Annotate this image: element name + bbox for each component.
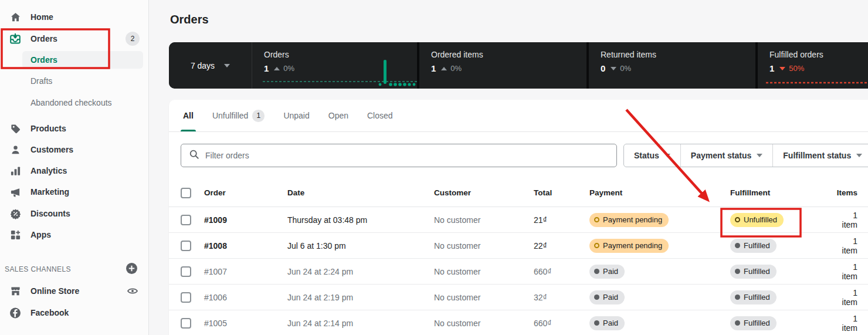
fulfilled-dot-icon: [735, 295, 740, 300]
row-checkbox[interactable]: [181, 318, 191, 329]
fulfilled-sparkline: [766, 80, 868, 85]
caret-down-icon: [856, 154, 862, 157]
column-header: Customer: [434, 188, 534, 197]
column-header: Payment: [589, 188, 730, 197]
fulfillment-status-badge: Fulfilled: [730, 290, 777, 304]
filter-orders-search[interactable]: [181, 144, 617, 167]
paid-dot-icon: [594, 295, 599, 300]
trend-up-icon: [274, 67, 280, 70]
row-checkbox[interactable]: [181, 292, 191, 303]
fulfilled-dot-icon: [735, 243, 740, 248]
stat-card-orders: 7 days Orders 1 0%: [169, 42, 417, 89]
tab-all[interactable]: All: [174, 100, 203, 131]
filter-buttons: Status Payment status Fulfillment status: [623, 144, 868, 167]
megaphone-icon: [9, 186, 21, 198]
row-checkbox[interactable]: [181, 215, 191, 225]
select-all-checkbox[interactable]: [181, 188, 191, 198]
table-row[interactable]: #1006 Jun 24 at 2:19 pm No customer 32₫ …: [169, 285, 868, 310]
fulfilled-dot-icon: [735, 320, 740, 326]
tag-icon: [9, 123, 21, 134]
sidebar-item-apps[interactable]: Apps: [0, 225, 149, 245]
stat-orders: Orders 1 0%: [252, 42, 294, 89]
apps-icon: [9, 229, 21, 241]
discount-icon: [9, 208, 21, 219]
caret-down-icon: [664, 154, 670, 157]
sidebar-item-orders[interactable]: Orders 2: [0, 29, 149, 49]
fulfillment-status-badge: Unfulfilled: [730, 213, 784, 227]
search-input[interactable]: [205, 151, 616, 160]
payment-status-badge: Payment pending: [589, 213, 669, 227]
tab-unpaid[interactable]: Unpaid: [274, 100, 318, 131]
sidebar-item-analytics[interactable]: Analytics: [0, 161, 149, 181]
column-header: Date: [287, 188, 434, 197]
stat-card-returned-items: Returned items 0 0%: [589, 42, 755, 89]
sidebar-item-label: Orders: [30, 34, 57, 43]
trend-up-icon: [441, 67, 447, 70]
home-icon: [9, 11, 21, 23]
sidebar-item-facebook[interactable]: Facebook: [0, 303, 149, 323]
column-header: Fulfillment: [730, 188, 836, 197]
sidebar-item-label: Home: [30, 12, 53, 22]
storefront-icon: [9, 285, 21, 297]
bar-chart-icon: [9, 165, 21, 177]
tab-closed[interactable]: Closed: [358, 100, 402, 131]
table-header: Order Date Customer Total Payment Fulfil…: [169, 179, 868, 207]
payment-status-badge: Paid: [589, 265, 625, 279]
column-header: Order: [204, 188, 287, 197]
sidebar-subitem-drafts[interactable]: Drafts: [0, 72, 149, 90]
fulfilled-dot-icon: [735, 269, 740, 274]
pending-ring-icon: [594, 243, 599, 248]
row-checkbox[interactable]: [181, 266, 191, 277]
payment-status-badge: Payment pending: [589, 239, 669, 253]
orders-icon: [9, 33, 21, 45]
status-filter-button[interactable]: Status: [624, 144, 680, 167]
fulfillment-status-filter-button[interactable]: Fulfillment status: [772, 144, 868, 167]
tab-unfulfilled[interactable]: Unfulfilled 1: [203, 100, 274, 131]
pending-ring-icon: [594, 217, 599, 222]
sales-channels-header: SALES CHANNELS: [5, 263, 144, 275]
sidebar-subitem-abandoned-checkouts[interactable]: Abandoned checkouts: [0, 94, 149, 111]
sidebar-item-online-store[interactable]: Online Store: [0, 281, 149, 301]
caret-down-icon: [757, 154, 762, 157]
stat-card-fulfilled-orders: Fulfilled orders 1 50%: [758, 42, 868, 89]
table-row[interactable]: #1007 Jun 24 at 2:24 pm No customer 660₫…: [169, 259, 868, 285]
payment-status-badge: Paid: [589, 290, 625, 304]
column-header: Total: [534, 188, 589, 197]
paid-dot-icon: [594, 320, 599, 326]
sidebar-item-discounts[interactable]: Discounts: [0, 204, 149, 224]
add-sales-channel-icon[interactable]: [126, 262, 138, 277]
sales-channels-label: SALES CHANNELS: [5, 265, 71, 273]
sidebar: Home Orders 2 Orders Drafts Abandoned ch…: [0, 0, 149, 335]
stat-card-ordered-items: Ordered items 1 0%: [419, 42, 586, 89]
order-tabs: All Unfulfilled 1 Unpaid Open Closed: [169, 100, 868, 132]
fulfillment-status-badge: Fulfilled: [730, 316, 777, 330]
facebook-icon: [9, 307, 21, 319]
analytics-bar: 7 days Orders 1 0% Ordered items 1: [169, 42, 868, 89]
sidebar-subitem-orders[interactable]: Orders: [0, 51, 149, 69]
tab-unfulfilled-badge: 1: [252, 110, 265, 122]
payment-status-badge: Paid: [589, 316, 625, 330]
sidebar-item-products[interactable]: Products: [0, 119, 149, 138]
table-row[interactable]: #1005 Jun 24 at 2:14 pm No customer 660₫…: [169, 310, 868, 335]
caret-down-icon: [224, 64, 230, 67]
column-header: Items: [836, 188, 868, 197]
person-icon: [9, 144, 21, 155]
orders-panel: All Unfulfilled 1 Unpaid Open Closed Sta…: [169, 100, 868, 335]
paid-dot-icon: [594, 269, 599, 274]
eye-icon[interactable]: [127, 285, 138, 297]
sidebar-item-marketing[interactable]: Marketing: [0, 182, 149, 202]
search-icon: [189, 149, 199, 162]
payment-status-filter-button[interactable]: Payment status: [680, 144, 772, 167]
orders-count-badge: 2: [126, 32, 140, 46]
table-row[interactable]: #1008 Jul 6 at 1:30 pm No customer 22₫ P…: [169, 233, 868, 259]
trend-down-icon: [779, 67, 785, 70]
sidebar-item-customers[interactable]: Customers: [0, 140, 149, 160]
sidebar-item-home[interactable]: Home: [0, 7, 149, 27]
tab-open[interactable]: Open: [319, 100, 358, 131]
filter-row: Status Payment status Fulfillment status: [169, 144, 868, 167]
trend-down-icon: [611, 67, 616, 70]
row-checkbox[interactable]: [181, 241, 191, 251]
date-range-selector[interactable]: 7 days: [169, 42, 252, 89]
unfulfilled-ring-icon: [735, 217, 740, 222]
table-row[interactable]: #1009 Thursday at 03:48 pm No customer 2…: [169, 207, 868, 233]
